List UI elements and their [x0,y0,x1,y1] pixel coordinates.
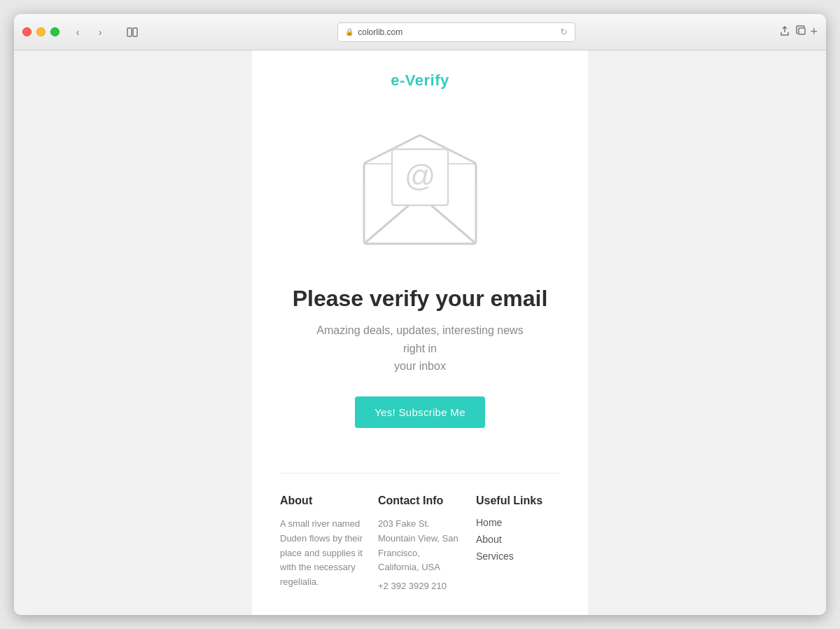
footer-contact-address: 203 Fake St. Mountain View, San Francisc… [378,517,462,575]
maximize-button[interactable] [50,27,59,36]
back-button[interactable]: ‹ [68,25,88,40]
footer-contact-title: Contact Info [378,495,462,507]
minimize-button[interactable] [36,27,46,36]
logo: e-Verify [391,71,449,90]
subscribe-button[interactable]: Yes! Subscribe Me [355,396,485,428]
svg-rect-0 [127,28,132,36]
footer-about-title: About [280,495,364,507]
footer-link-services[interactable]: Services [476,551,560,562]
footer-about-text: A small river named Duden flows by their… [280,517,364,590]
footer-contact-col: Contact Info 203 Fake St. Mountain View,… [378,495,462,594]
traffic-lights [22,27,59,36]
footer-links-title: Useful Links [476,495,560,507]
footer-about-col: About A small river named Duden flows by… [280,495,364,594]
footer-links-col: Useful Links Home About Services [476,495,560,594]
reload-icon[interactable]: ↻ [560,27,568,37]
share-icon[interactable] [779,25,790,39]
browser-content: e-Verify @ [14,50,826,615]
add-tab-button[interactable]: + [810,25,818,39]
browser-window: ‹ › 🔒 colorlib.com ↻ [14,14,826,615]
browser-actions [779,25,807,39]
reader-view-button[interactable] [122,25,142,40]
close-button[interactable] [22,27,31,36]
forward-button[interactable]: › [90,25,110,40]
page-wrapper: e-Verify @ [14,50,826,615]
footer-link-about[interactable]: About [476,534,560,545]
main-section: e-Verify @ [252,50,588,473]
nav-buttons: ‹ › [68,25,110,40]
lock-icon: 🔒 [345,28,354,36]
svg-text:@: @ [405,158,436,193]
envelope-illustration: @ [343,111,497,265]
address-bar[interactable]: 🔒 colorlib.com ↻ [337,22,575,42]
footer-link-home[interactable]: Home [476,517,560,528]
address-bar-area: 🔒 colorlib.com ↻ [142,22,771,42]
browser-titlebar: ‹ › 🔒 colorlib.com ↻ [14,14,826,50]
footer-contact-phone: +2 392 3929 210 [378,579,462,594]
main-heading: Please verify your email [293,286,548,312]
main-subtext: Amazing deals, updates, interesting news… [308,322,532,375]
footer: About A small river named Duden flows by… [252,474,588,615]
svg-rect-1 [133,28,137,36]
page-content: e-Verify @ [252,50,588,615]
duplicate-icon[interactable] [796,25,807,39]
url-text: colorlib.com [358,27,402,37]
svg-rect-2 [799,28,805,34]
